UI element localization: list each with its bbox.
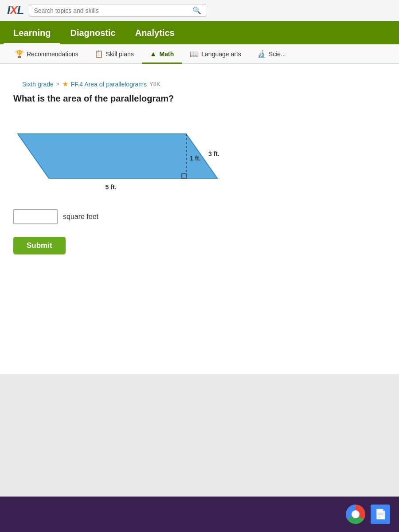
sub-nav-label-recommendations: Recommendations bbox=[27, 51, 78, 58]
chrome-icon[interactable] bbox=[346, 505, 365, 524]
sub-nav-item-math[interactable]: ▲ Math bbox=[142, 45, 182, 64]
nav-item-diagnostic[interactable]: Diagnostic bbox=[60, 21, 125, 44]
breadcrumb-grade[interactable]: Sixth grade bbox=[22, 81, 54, 88]
nav-item-learning[interactable]: Learning bbox=[4, 21, 60, 44]
base-label: 5 ft. bbox=[106, 184, 117, 191]
nav-item-analytics[interactable]: Analytics bbox=[125, 21, 184, 44]
sub-nav-item-language-arts[interactable]: 📖 Language arts bbox=[182, 45, 249, 64]
taskbar: 📄 bbox=[0, 497, 399, 532]
breadcrumb: Sixth grade > ★ FF.4 Area of parallelogr… bbox=[13, 74, 386, 94]
skill-plans-icon: 📋 bbox=[94, 50, 103, 58]
sub-nav-item-recommendations[interactable]: 🏆 Recommendations bbox=[7, 45, 86, 64]
main-nav: Learning Diagnostic Analytics bbox=[0, 21, 399, 44]
sub-nav-label-language-arts: Language arts bbox=[201, 51, 241, 58]
answer-unit-label: square feet bbox=[63, 213, 98, 221]
answer-area: square feet bbox=[13, 209, 386, 224]
parallelogram-svg: 1 ft. 5 ft. 3 ft. bbox=[13, 116, 244, 196]
answer-input[interactable] bbox=[13, 209, 58, 224]
language-arts-icon: 📖 bbox=[190, 50, 199, 58]
ixl-logo: IXL bbox=[7, 4, 23, 17]
sub-nav-label-math: Math bbox=[160, 51, 174, 58]
search-input[interactable] bbox=[34, 7, 190, 14]
svg-marker-0 bbox=[18, 134, 217, 178]
sub-nav-label-science: Scie... bbox=[269, 51, 286, 58]
sub-nav: 🏆 Recommendations 📋 Skill plans ▲ Math 📖… bbox=[0, 44, 399, 64]
sub-nav-item-science[interactable]: 🔬 Scie... bbox=[249, 45, 294, 64]
docs-icon[interactable]: 📄 bbox=[371, 505, 390, 524]
main-content: Sixth grade > ★ FF.4 Area of parallelogr… bbox=[0, 64, 399, 374]
breadcrumb-chevron: > bbox=[56, 81, 59, 87]
search-bar[interactable]: 🔍 bbox=[29, 4, 206, 17]
sub-nav-label-skill-plans: Skill plans bbox=[106, 51, 134, 58]
math-icon: ▲ bbox=[150, 50, 157, 58]
recommendations-icon: 🏆 bbox=[15, 50, 24, 58]
slant-label: 3 ft. bbox=[208, 150, 219, 157]
breadcrumb-skill-code: Y8K bbox=[149, 81, 160, 87]
breadcrumb-skill-name[interactable]: FF.4 Area of parallelograms bbox=[71, 81, 147, 88]
question-title: What is the area of the parallelogram? bbox=[13, 94, 386, 104]
breadcrumb-star: ★ bbox=[62, 80, 68, 88]
science-icon: 🔬 bbox=[257, 50, 266, 58]
height-label: 1 ft. bbox=[190, 155, 201, 162]
sub-nav-item-skill-plans[interactable]: 📋 Skill plans bbox=[86, 45, 142, 64]
search-icon: 🔍 bbox=[192, 6, 201, 15]
diagram-area: 1 ft. 5 ft. 3 ft. bbox=[13, 116, 244, 196]
submit-button[interactable]: Submit bbox=[13, 237, 66, 254]
top-bar: IXL 🔍 bbox=[0, 0, 399, 21]
